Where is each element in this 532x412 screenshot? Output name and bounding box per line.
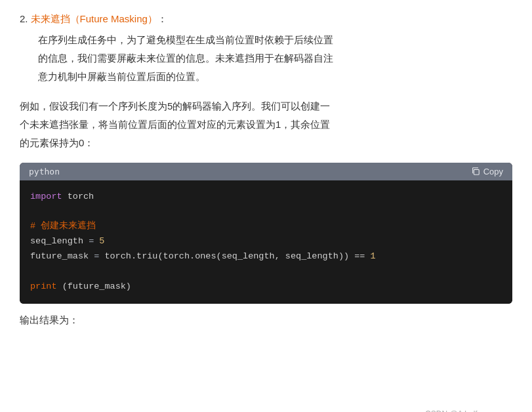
watermark: CSDN @A half moon <box>425 409 499 412</box>
code-line-1: import torch <box>30 190 502 205</box>
code-line-comment: # 创建未来遮挡 <box>30 219 502 234</box>
paragraph-line1: 例如，假设我们有一个序列长度为5的解码器输入序列。我们可以创建一 <box>20 100 330 112</box>
section-number: 2. <box>20 13 28 24</box>
paragraph-line2: 个未来遮挡张量，将当前位置后面的位置对应的元素设置为1，其余位置 <box>20 119 330 130</box>
section-body-line3: 意力机制中屏蔽当前位置后面的位置。 <box>38 71 205 82</box>
section-body: 在序列生成任务中，为了避免模型在生成当前位置时依赖于后续位置 的信息，我们需要屏… <box>38 31 512 85</box>
code-line-seqlength: seq_length = 5 <box>30 234 502 249</box>
copy-button[interactable]: Copy <box>471 167 503 176</box>
page-container: 2. 未来遮挡（Future Masking） ： 在序列生成任务中，为了避免模… <box>20 13 512 412</box>
code-line-blank1 <box>30 204 502 219</box>
number-1: 1 <box>371 251 376 261</box>
code-block: python Copy import torch # 创建未来遮挡 <box>20 163 512 304</box>
section-body-line2: 的信息，我们需要屏蔽未来位置的信息。未来遮挡用于在解码器自注 <box>38 52 333 64</box>
copy-label: Copy <box>483 167 503 176</box>
section-body-line1: 在序列生成任务中，为了避免模型在生成当前位置时依赖于后续位置 <box>38 34 333 45</box>
code-line-print: print (future_mask) <box>30 279 502 295</box>
comment-text: # 创建未来遮挡 <box>30 221 96 231</box>
code-line-futuremask: future_mask = torch.triu(torch.ones(seq_… <box>30 249 502 264</box>
paragraph-line3: 的元素保持为0： <box>20 137 94 148</box>
section-colon: ： <box>157 13 167 26</box>
number-5: 5 <box>99 236 104 246</box>
print-keyword: print <box>30 281 57 291</box>
svg-rect-0 <box>474 169 479 175</box>
section-title: 2. 未来遮挡（Future Masking） ： <box>20 13 512 26</box>
code-lang: python <box>29 167 60 176</box>
section-heading: 未来遮挡（Future Masking） <box>31 13 157 26</box>
copy-icon <box>471 167 480 176</box>
code-line-blank2 <box>30 264 502 279</box>
code-body: import torch # 创建未来遮挡 seq_length = 5 fut… <box>20 180 512 304</box>
import-keyword: import <box>30 192 62 201</box>
paragraph: 例如，假设我们有一个序列长度为5的解码器输入序列。我们可以创建一 个未来遮挡张量… <box>20 97 512 152</box>
output-label: 输出结果为： <box>20 314 512 327</box>
code-header: python Copy <box>20 163 512 180</box>
